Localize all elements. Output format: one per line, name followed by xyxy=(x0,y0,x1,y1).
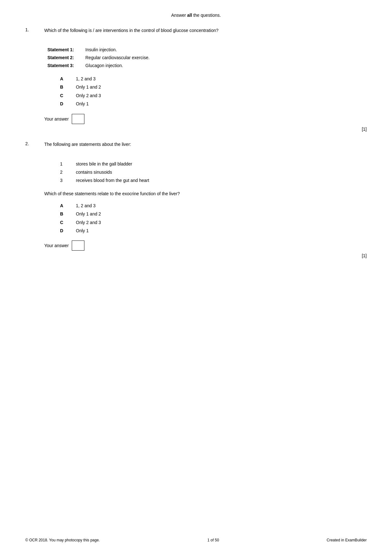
question-1-text: Which of the following is / are interven… xyxy=(44,27,367,34)
option-2-a-text: 1, 2 and 3 xyxy=(76,202,95,209)
statement-1-row: Statement 1: Insulin injection. xyxy=(47,47,367,53)
question-2-marks: [1] xyxy=(44,253,367,258)
instruction-end: the questions. xyxy=(192,13,221,18)
statement-3-row: Statement 3: Glucagon injection. xyxy=(47,62,367,69)
numbered-item-3-text: receives blood from the gut and heart xyxy=(76,177,149,184)
numbered-item-1-num: 1 xyxy=(60,160,76,167)
instruction-text: Answer xyxy=(171,13,187,18)
option-1-b-letter: B xyxy=(60,84,76,90)
question-2-answer-label: Your answer xyxy=(44,243,69,248)
question-1-content: Which of the following is / are interven… xyxy=(44,27,367,132)
question-2-options: A 1, 2 and 3 B Only 1 and 2 C Only 2 and… xyxy=(60,202,367,234)
question-1-marks-value: [1] xyxy=(362,127,367,132)
question-1-marks: [1] xyxy=(44,127,367,132)
question-2-marks-value: [1] xyxy=(362,253,367,258)
question-1-number: 1. xyxy=(25,27,44,132)
numbered-item-1: 1 stores bile in the gall bladder xyxy=(60,160,367,167)
numbered-item-3: 3 receives blood from the gut and heart xyxy=(60,177,367,184)
statement-3-text: Glucagon injection. xyxy=(85,62,123,69)
footer-left: © OCR 2018. You may photocopy this page. xyxy=(25,538,100,542)
question-1: 1. Which of the following is / are inter… xyxy=(25,27,367,132)
footer-right: Created in ExamBuilder xyxy=(327,538,367,542)
question-2-sub-text: Which of these statements relate to the … xyxy=(44,190,367,197)
option-1-d-text: Only 1 xyxy=(76,100,89,107)
statement-1-label: Statement 1: xyxy=(47,47,85,53)
option-1-a-letter: A xyxy=(60,75,76,82)
numbered-item-2-num: 2 xyxy=(60,169,76,176)
option-1-d-letter: D xyxy=(60,100,76,107)
option-1-d: D Only 1 xyxy=(60,100,367,107)
question-1-options: A 1, 2 and 3 B Only 1 and 2 C Only 2 and… xyxy=(60,75,367,108)
option-1-b: B Only 1 and 2 xyxy=(60,84,367,90)
question-2-text: The following are statements about the l… xyxy=(44,141,367,148)
option-2-d-letter: D xyxy=(60,227,76,234)
option-2-a-letter: A xyxy=(60,202,76,209)
question-1-statements: Statement 1: Insulin injection. Statemen… xyxy=(47,47,367,69)
option-2-b-letter: B xyxy=(60,210,76,217)
statement-1-text: Insulin injection. xyxy=(85,47,117,53)
numbered-item-2: 2 contains sinusoids xyxy=(60,169,367,176)
question-2-answer-box[interactable] xyxy=(72,240,84,251)
instruction-bold: all xyxy=(187,13,192,18)
statement-2-row: Statement 2: Regular cardiovascular exer… xyxy=(47,54,367,61)
statement-3-label: Statement 3: xyxy=(47,62,85,69)
option-2-d: D Only 1 xyxy=(60,227,367,234)
page-footer: © OCR 2018. You may photocopy this page.… xyxy=(25,538,367,542)
statement-2-text: Regular cardiovascular exercise. xyxy=(85,54,150,61)
option-1-a-text: 1, 2 and 3 xyxy=(76,75,95,82)
numbered-item-1-text: stores bile in the gall bladder xyxy=(76,160,132,167)
option-2-c-text: Only 2 and 3 xyxy=(76,219,101,226)
option-1-b-text: Only 1 and 2 xyxy=(76,84,101,90)
option-2-a: A 1, 2 and 3 xyxy=(60,202,367,209)
numbered-item-2-text: contains sinusoids xyxy=(76,169,112,176)
option-1-c-text: Only 2 and 3 xyxy=(76,92,101,99)
numbered-item-3-num: 3 xyxy=(60,177,76,184)
question-1-answer-box[interactable] xyxy=(72,114,84,124)
question-2-content: The following are statements about the l… xyxy=(44,141,367,259)
footer-center: 1 of 50 xyxy=(207,538,219,542)
question-2-answer-row: Your answer xyxy=(44,240,367,251)
statement-2-label: Statement 2: xyxy=(47,54,85,61)
option-2-c-letter: C xyxy=(60,219,76,226)
option-2-d-text: Only 1 xyxy=(76,227,89,234)
option-1-c-letter: C xyxy=(60,92,76,99)
option-2-c: C Only 2 and 3 xyxy=(60,219,367,226)
option-2-b-text: Only 1 and 2 xyxy=(76,210,101,217)
option-1-a: A 1, 2 and 3 xyxy=(60,75,367,82)
question-2: 2. The following are statements about th… xyxy=(25,141,367,259)
question-2-number: 2. xyxy=(25,141,44,259)
question-1-answer-label: Your answer xyxy=(44,116,69,122)
option-2-b: B Only 1 and 2 xyxy=(60,210,367,217)
option-1-c: C Only 2 and 3 xyxy=(60,92,367,99)
question-2-numbered-list: 1 stores bile in the gall bladder 2 cont… xyxy=(60,160,367,184)
question-1-answer-row: Your answer xyxy=(44,114,367,124)
page-header: Answer all the questions. xyxy=(25,13,367,18)
